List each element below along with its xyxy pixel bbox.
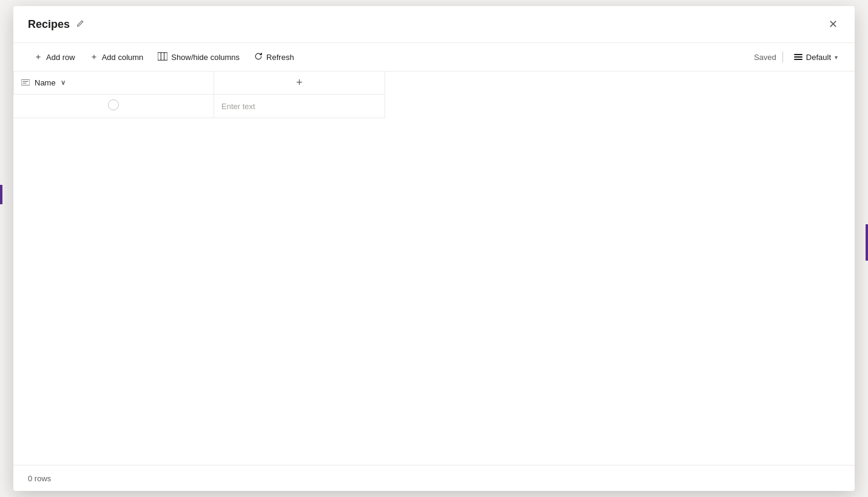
close-button[interactable]: ✕ <box>823 15 843 34</box>
refresh-button[interactable]: Refresh <box>248 48 300 66</box>
row-name-cell[interactable] <box>214 95 385 118</box>
table-body <box>14 95 385 118</box>
chevron-down-icon: ▾ <box>835 54 838 61</box>
modal-footer: 0 rows <box>13 465 855 491</box>
row-circle-icon[interactable] <box>108 99 119 110</box>
toolbar: ＋ Add row ＋ Add column Show/hide columns <box>13 43 855 72</box>
table-header: Name ∨ + <box>14 72 385 95</box>
name-column-header[interactable]: Name ∨ <box>14 72 214 95</box>
edit-icon[interactable] <box>76 19 84 30</box>
add-row-button[interactable]: ＋ Add row <box>28 48 81 66</box>
recipes-modal: Recipes ✕ ＋ Add row ＋ Add column <box>13 6 855 491</box>
table-row <box>14 95 385 118</box>
show-hide-columns-button[interactable]: Show/hide columns <box>152 48 246 66</box>
name-column-label: Name <box>35 78 56 87</box>
close-icon: ✕ <box>829 19 838 30</box>
add-row-icon: ＋ <box>34 52 42 62</box>
right-panel <box>855 0 868 497</box>
refresh-icon <box>254 52 263 62</box>
show-hide-label: Show/hide columns <box>171 53 240 62</box>
name-column-icon <box>21 78 30 87</box>
toolbar-right: Saved Default ▾ <box>754 50 843 64</box>
data-table: Name ∨ + <box>13 72 385 118</box>
add-column-label: Add column <box>102 53 144 62</box>
default-view-label: Default <box>806 53 831 62</box>
modal-title: Recipes <box>28 18 70 31</box>
add-column-button[interactable]: ＋ Add column <box>84 48 150 66</box>
right-accent <box>866 224 868 261</box>
svg-rect-3 <box>21 79 30 85</box>
add-column-icon: ＋ <box>90 52 98 62</box>
row-selector-cell <box>14 95 214 118</box>
add-column-plus-icon: + <box>296 76 303 89</box>
modal-header: Recipes ✕ <box>13 6 855 43</box>
list-view-icon <box>794 54 802 60</box>
default-view-button[interactable]: Default ▾ <box>789 50 843 64</box>
refresh-label: Refresh <box>266 53 294 62</box>
sort-icon: ∨ <box>61 79 66 87</box>
sidebar <box>0 0 13 497</box>
svg-rect-0 <box>158 52 167 59</box>
row-name-input[interactable] <box>214 96 385 117</box>
add-column-cell: + <box>214 72 385 95</box>
table-container[interactable]: Name ∨ + <box>13 72 855 465</box>
add-row-label: Add row <box>46 53 75 62</box>
toolbar-left: ＋ Add row ＋ Add column Show/hide columns <box>28 48 300 66</box>
toolbar-divider <box>782 52 783 62</box>
add-column-header-button[interactable]: + <box>214 72 385 94</box>
table-area: Name ∨ + <box>13 72 855 465</box>
rows-count: 0 rows <box>28 474 51 483</box>
saved-status: Saved <box>754 53 776 62</box>
modal-title-area: Recipes <box>28 18 84 31</box>
sidebar-accent <box>0 185 2 204</box>
show-hide-icon <box>158 52 167 62</box>
